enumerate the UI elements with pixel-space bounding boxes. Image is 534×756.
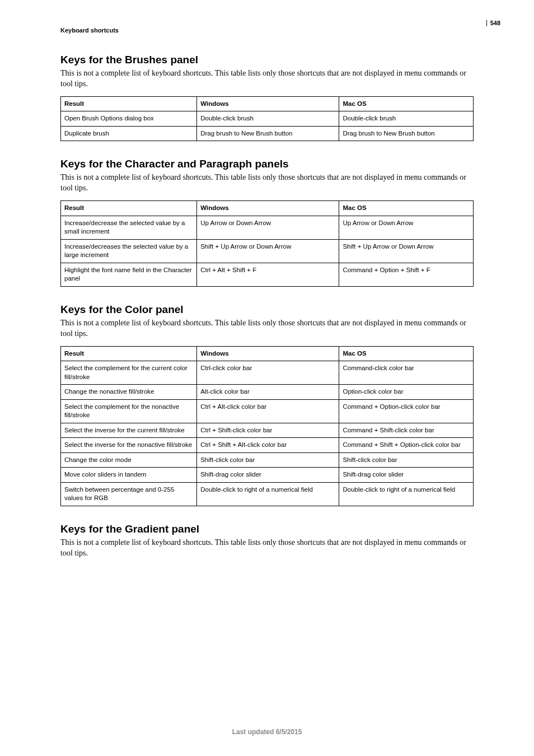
- table-row: Select the inverse for the current fill/…: [61, 423, 474, 438]
- col-windows: Windows: [197, 96, 339, 111]
- section-heading-gradient: Keys for the Gradient panel: [60, 523, 474, 535]
- cell-win: Ctrl-click color bar: [197, 361, 339, 385]
- cell-mac: Shift-drag color slider: [339, 468, 474, 483]
- col-macos: Mac OS: [339, 346, 474, 361]
- cell-win: Ctrl + Alt-click color bar: [197, 399, 339, 423]
- section-heading-character-paragraph: Keys for the Character and Paragraph pan…: [60, 158, 474, 170]
- section-intro-gradient: This is not a complete list of keyboard …: [60, 538, 474, 559]
- cell-result: Select the complement for the nonactive …: [61, 399, 197, 423]
- table-header-row: Result Windows Mac OS: [61, 346, 474, 361]
- table-row: Increase/decreases the selected value by…: [61, 239, 474, 263]
- cell-win: Shift-click color bar: [197, 452, 339, 468]
- table-row: Select the inverse for the nonactive fil…: [61, 438, 474, 453]
- cell-win: Ctrl + Shift + Alt-click color bar: [197, 438, 339, 453]
- cell-mac: Command + Option-click color bar: [339, 399, 474, 423]
- table-row: Move color sliders in tandem Shift-drag …: [61, 468, 474, 483]
- table-row: Duplicate brush Drag brush to New Brush …: [61, 126, 474, 141]
- section-heading-brushes: Keys for the Brushes panel: [60, 54, 474, 66]
- cell-mac: Command + Shift + Option-click color bar: [339, 438, 474, 453]
- cell-win: Ctrl + Alt + Shift + F: [197, 263, 339, 286]
- cell-mac: Up Arrow or Down Arrow: [339, 216, 474, 239]
- cell-win: Double-click to right of a numerical fie…: [197, 482, 339, 506]
- cell-mac: Command + Option + Shift + F: [339, 263, 474, 286]
- section-intro-color: This is not a complete list of keyboard …: [60, 318, 474, 339]
- cell-result: Select the inverse for the nonactive fil…: [61, 438, 197, 453]
- table-row: Change the nonactive fill/stroke Alt-cli…: [61, 385, 474, 400]
- cell-result: Increase/decreases the selected value by…: [61, 239, 197, 263]
- cell-mac: Drag brush to New Brush button: [339, 126, 474, 141]
- page: 548 Keyboard shortcuts Keys for the Brus…: [0, 0, 534, 756]
- table-row: Select the complement for the nonactive …: [61, 399, 474, 423]
- footer-last-updated: Last updated 6/5/2015: [0, 728, 534, 736]
- section-intro-character-paragraph: This is not a complete list of keyboard …: [60, 172, 474, 194]
- cell-result: Change the color mode: [61, 452, 197, 468]
- cell-mac: Double-click brush: [339, 111, 474, 127]
- table-row: Change the color mode Shift-click color …: [61, 452, 474, 468]
- cell-mac: Command-click color bar: [339, 361, 474, 385]
- cell-result: Duplicate brush: [61, 126, 197, 141]
- page-number-block: 548: [486, 20, 500, 26]
- cell-result: Switch between percentage and 0-255 valu…: [61, 482, 197, 506]
- table-header-row: Result Windows Mac OS: [61, 201, 474, 216]
- col-macos: Mac OS: [339, 201, 474, 216]
- cell-win: Drag brush to New Brush button: [197, 126, 339, 141]
- breadcrumb: Keyboard shortcuts: [60, 27, 474, 34]
- table-row: Highlight the font name field in the Cha…: [61, 263, 474, 286]
- col-result: Result: [61, 201, 197, 216]
- page-number: 548: [486, 20, 500, 26]
- cell-result: Select the complement for the current co…: [61, 361, 197, 385]
- table-row: Open Brush Options dialog box Double-cli…: [61, 111, 474, 127]
- cell-win: Ctrl + Shift-click color bar: [197, 423, 339, 438]
- cell-result: Increase/decrease the selected value by …: [61, 216, 197, 239]
- table-row: Select the complement for the current co…: [61, 361, 474, 385]
- cell-mac: Double-click to right of a numerical fie…: [339, 482, 474, 506]
- cell-win: Up Arrow or Down Arrow: [197, 216, 339, 239]
- cell-result: Highlight the font name field in the Cha…: [61, 263, 197, 286]
- table-brushes: Result Windows Mac OS Open Brush Options…: [60, 96, 474, 142]
- table-character-paragraph: Result Windows Mac OS Increase/decrease …: [60, 200, 474, 287]
- col-result: Result: [61, 346, 197, 361]
- cell-mac: Shift-click color bar: [339, 452, 474, 468]
- cell-mac: Option-click color bar: [339, 385, 474, 400]
- cell-result: Change the nonactive fill/stroke: [61, 385, 197, 400]
- cell-result: Select the inverse for the current fill/…: [61, 423, 197, 438]
- cell-win: Alt-click color bar: [197, 385, 339, 400]
- table-row: Switch between percentage and 0-255 valu…: [61, 482, 474, 506]
- col-windows: Windows: [197, 346, 339, 361]
- cell-mac: Shift + Up Arrow or Down Arrow: [339, 239, 474, 263]
- table-header-row: Result Windows Mac OS: [61, 96, 474, 111]
- col-windows: Windows: [197, 201, 339, 216]
- table-row: Increase/decrease the selected value by …: [61, 216, 474, 239]
- col-macos: Mac OS: [339, 96, 474, 111]
- col-result: Result: [61, 96, 197, 111]
- cell-result: Open Brush Options dialog box: [61, 111, 197, 127]
- section-intro-brushes: This is not a complete list of keyboard …: [60, 68, 474, 90]
- section-heading-color: Keys for the Color panel: [60, 304, 474, 316]
- cell-win: Shift-drag color slider: [197, 468, 339, 483]
- cell-result: Move color sliders in tandem: [61, 468, 197, 483]
- table-color: Result Windows Mac OS Select the complem…: [60, 346, 474, 506]
- cell-win: Double-click brush: [197, 111, 339, 127]
- cell-mac: Command + Shift-click color bar: [339, 423, 474, 438]
- cell-win: Shift + Up Arrow or Down Arrow: [197, 239, 339, 263]
